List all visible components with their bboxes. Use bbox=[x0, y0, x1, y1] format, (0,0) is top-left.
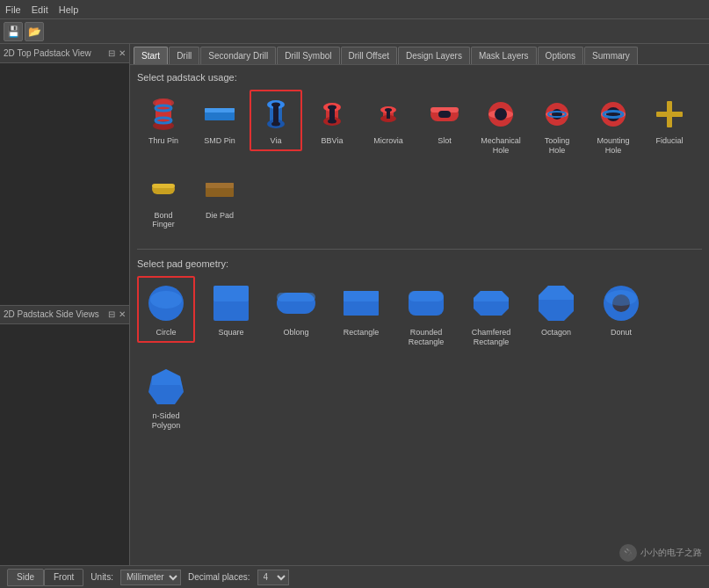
svg-rect-28 bbox=[438, 111, 451, 118]
svg-marker-57 bbox=[474, 291, 509, 301]
padstack-via[interactable]: Via bbox=[250, 90, 302, 151]
square-label: Square bbox=[218, 328, 243, 338]
bbvia-label: BBVia bbox=[322, 136, 344, 146]
tab-summary[interactable]: Summary bbox=[584, 47, 638, 64]
padgeo-rounded-rectangle[interactable]: Rounded Rectangle bbox=[397, 276, 455, 352]
bond-finger-icon bbox=[144, 170, 183, 208]
svg-rect-41 bbox=[656, 112, 683, 117]
save-button[interactable]: 💾 bbox=[4, 22, 23, 41]
tab-mask-layers[interactable]: Mask Layers bbox=[471, 47, 537, 64]
tab-drill-symbol[interactable]: Drill Symbol bbox=[277, 47, 339, 64]
rounded-rectangle-shape-icon bbox=[404, 281, 448, 325]
mechanical-hole-icon bbox=[481, 95, 520, 134]
mounting-hole-label: Mounting Hole bbox=[592, 136, 634, 156]
svg-rect-53 bbox=[344, 291, 379, 301]
tab-secondary-drill[interactable]: Secondary Drill bbox=[200, 47, 276, 64]
top-panel-close-icon[interactable]: ✕ bbox=[119, 48, 126, 58]
top-panel-minimize-icon[interactable]: ⊟ bbox=[108, 48, 115, 58]
padgeo-label: Select pad geometry: bbox=[137, 258, 702, 269]
rounded-rectangle-label: Rounded Rectangle bbox=[402, 328, 450, 347]
decimal-label: Decimal places: bbox=[188, 572, 250, 582]
side-views-title: 2D Padstack Side Views bbox=[4, 309, 99, 319]
microvia-label: Microvia bbox=[373, 136, 403, 146]
padstack-bond-finger[interactable]: Bond Finger bbox=[137, 164, 190, 236]
slot-label: Slot bbox=[438, 136, 452, 146]
padgeo-square[interactable]: Square bbox=[202, 276, 260, 343]
nsided-polygon-label: n-Sided Polygon bbox=[142, 411, 190, 431]
padgeo-nsided-polygon[interactable]: n-Sided Polygon bbox=[137, 359, 195, 436]
rectangle-shape-icon bbox=[339, 281, 383, 325]
toolbar: 💾 📂 bbox=[0, 19, 709, 44]
fiducial-icon bbox=[650, 95, 689, 134]
tab-drill-offset[interactable]: Drill Offset bbox=[341, 47, 398, 64]
watermark-text: 小小的电子之路 bbox=[640, 547, 702, 559]
padstack-tooling-hole[interactable]: Tooling Hole bbox=[531, 90, 583, 161]
die-pad-icon bbox=[200, 170, 239, 208]
oblong-shape-icon bbox=[274, 281, 318, 325]
bbvia-icon bbox=[313, 95, 351, 134]
svg-rect-43 bbox=[152, 184, 175, 188]
tab-drill[interactable]: Drill bbox=[169, 47, 199, 64]
padstack-fiducial[interactable]: Fiducial bbox=[643, 90, 696, 151]
units-label: Units: bbox=[90, 572, 113, 582]
chamfered-rectangle-shape-icon bbox=[469, 281, 513, 325]
slot-icon bbox=[425, 95, 464, 134]
menu-bar: File Edit Help bbox=[0, 0, 709, 19]
smd-pin-label: SMD Pin bbox=[204, 136, 235, 146]
padstack-mounting-hole[interactable]: Mounting Hole bbox=[587, 90, 640, 161]
padstack-usage-row: Thru Pin SMD Pin bbox=[137, 90, 702, 235]
svg-rect-45 bbox=[206, 183, 234, 188]
watermark: 🔌 小小的电子之路 bbox=[619, 544, 702, 562]
padgeo-oblong[interactable]: Oblong bbox=[267, 276, 325, 343]
padstack-slot[interactable]: Slot bbox=[418, 90, 471, 151]
thru-pin-label: Thru Pin bbox=[148, 136, 178, 146]
padstack-microvia[interactable]: Microvia bbox=[362, 90, 415, 151]
padgeo-row: Circle Square bbox=[137, 276, 702, 435]
padgeo-chamfered-rectangle[interactable]: Chamfered Rectangle bbox=[462, 276, 520, 352]
padstack-die-pad[interactable]: Die Pad bbox=[193, 164, 246, 226]
padgeo-octagon[interactable]: Octagon bbox=[527, 276, 585, 343]
units-select[interactable]: Millimeter Inch Mil bbox=[120, 570, 181, 585]
mounting-hole-icon bbox=[594, 95, 633, 134]
oblong-label: Oblong bbox=[283, 328, 308, 338]
svg-rect-51 bbox=[277, 293, 315, 301]
die-pad-label: Die Pad bbox=[206, 211, 234, 221]
padgeo-circle[interactable]: Circle bbox=[137, 276, 195, 343]
bond-finger-label: Bond Finger bbox=[142, 211, 184, 230]
circle-shape-icon bbox=[144, 281, 188, 325]
bottom-tab-front[interactable]: Front bbox=[44, 569, 83, 586]
decimal-select[interactable]: 1 2 3 4 5 bbox=[257, 570, 289, 585]
side-panel-minimize-icon[interactable]: ⊟ bbox=[108, 309, 115, 319]
bottom-tabs: Side Front bbox=[7, 569, 83, 586]
open-button[interactable]: 📂 bbox=[25, 22, 44, 41]
padgeo-rectangle[interactable]: Rectangle bbox=[332, 276, 390, 343]
side-views-content bbox=[0, 324, 129, 566]
svg-rect-49 bbox=[213, 286, 249, 301]
section-separator bbox=[137, 249, 702, 250]
padstack-mechanical-hole[interactable]: Mechanical Hole bbox=[474, 90, 527, 161]
menu-edit[interactable]: Edit bbox=[32, 4, 48, 15]
octagon-label: Octagon bbox=[541, 328, 571, 338]
tab-design-layers[interactable]: Design Layers bbox=[398, 47, 470, 64]
menu-file[interactable]: File bbox=[5, 4, 21, 15]
via-label: Via bbox=[271, 136, 282, 146]
bottom-tab-side[interactable]: Side bbox=[7, 569, 44, 586]
top-padstack-view-content bbox=[0, 63, 129, 305]
padstack-smd-pin[interactable]: SMD Pin bbox=[193, 90, 246, 151]
svg-point-34 bbox=[552, 109, 562, 120]
menu-help[interactable]: Help bbox=[59, 4, 79, 15]
tooling-hole-icon bbox=[538, 95, 576, 134]
padstack-bbvia[interactable]: BBVia bbox=[306, 90, 358, 151]
padstack-thru-pin[interactable]: Thru Pin bbox=[137, 90, 190, 151]
tooling-hole-label: Tooling Hole bbox=[536, 136, 578, 156]
top-padstack-view-header: 2D Top Padstack View ⊟ ✕ bbox=[0, 44, 129, 63]
microvia-icon bbox=[369, 95, 408, 134]
side-panel-close-icon[interactable]: ✕ bbox=[119, 309, 126, 319]
padgeo-donut[interactable]: Donut bbox=[592, 276, 650, 343]
top-padstack-view-title: 2D Top Padstack View bbox=[4, 48, 91, 58]
svg-rect-20 bbox=[329, 107, 335, 121]
smd-pin-icon bbox=[200, 95, 239, 134]
tab-start[interactable]: Start bbox=[134, 47, 168, 64]
tab-options[interactable]: Options bbox=[538, 47, 583, 64]
svg-rect-8 bbox=[205, 108, 235, 113]
